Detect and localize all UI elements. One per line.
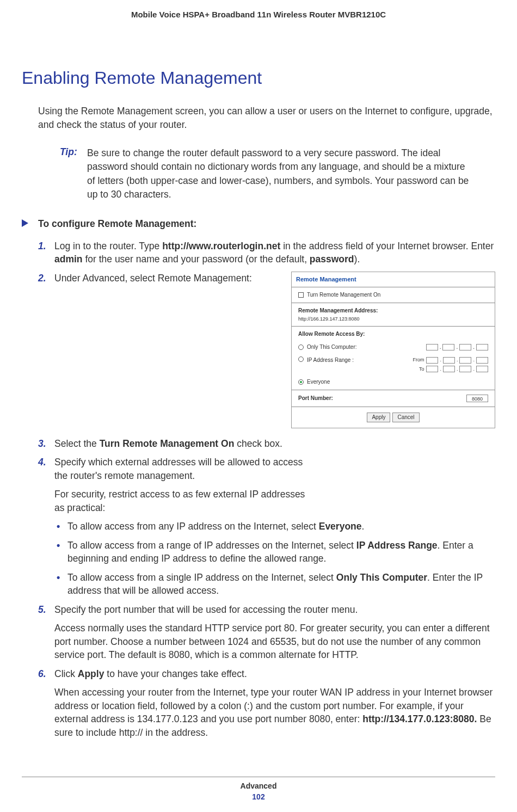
b3-a: To allow access from a single IP address…	[67, 572, 336, 583]
from-label: From	[413, 356, 424, 364]
b3-b: Only This Computer	[336, 572, 427, 583]
b1-b: Everyone	[319, 521, 362, 532]
s6-c: to have your changes take effect.	[104, 668, 247, 679]
from-ip-fields[interactable]: ...	[426, 356, 488, 364]
step-1-text-e: for the user name and your password (or …	[83, 254, 310, 264]
remote-management-screenshot: Remote Management Turn Remote Management…	[291, 272, 495, 428]
step-4: Specify which external addresses will be…	[38, 456, 495, 598]
step-1-text-g: ).	[354, 254, 360, 264]
radio-everyone[interactable]	[298, 379, 304, 385]
arrow-right-icon	[22, 219, 28, 227]
b1-a: To allow access from any IP address on t…	[67, 521, 319, 532]
step-3-option: Turn Remote Management On	[100, 438, 235, 449]
s6-note-b: http://134.177.0.123:8080.	[362, 713, 477, 724]
to-label: To	[419, 366, 424, 373]
bullet-only: To allow access from a single IP address…	[54, 571, 495, 598]
step-3-text-a: Select the	[54, 438, 100, 449]
procedure-title: To configure Remote Management:	[38, 218, 196, 230]
procedure-heading: To configure Remote Management:	[22, 217, 495, 230]
step-1: Log in to the router. Type http://www.ro…	[38, 239, 495, 266]
step-2-text: Under Advanced, select Remote Management…	[54, 272, 310, 285]
opt-only-label: Only This Computer:	[307, 343, 357, 351]
shot-title: Remote Management	[292, 272, 495, 286]
page-footer: Advanced 102	[0, 777, 517, 801]
port-input[interactable]: 8080	[466, 395, 488, 402]
running-header: Mobile Voice HSPA+ Broadband 11n Wireles…	[22, 0, 495, 19]
cancel-button[interactable]: Cancel	[392, 413, 419, 422]
apply-button[interactable]: Apply	[367, 413, 390, 422]
turn-on-checkbox[interactable]	[298, 292, 304, 298]
radio-only-this[interactable]	[298, 345, 304, 350]
tip-label: Tip:	[60, 146, 87, 202]
step-5-text: Specify the port number that will be use…	[54, 603, 495, 617]
addr-label: Remote Management Address:	[298, 307, 378, 315]
bullet-range: To allow access from a range of IP addre…	[54, 539, 495, 565]
only-ip-fields[interactable]: ...	[426, 343, 488, 351]
intro-paragraph: Using the Remote Management screen, you …	[38, 104, 495, 131]
step-2: Remote Management Turn Remote Management…	[38, 272, 495, 432]
step-3: Select the Turn Remote Management On che…	[38, 437, 495, 451]
step-1-admin: admin	[54, 254, 83, 264]
footer-section: Advanced	[0, 782, 517, 790]
turn-on-label: Turn Remote Management On	[307, 291, 380, 299]
opt-everyone-label: Everyone	[307, 378, 330, 386]
tip-text: Be sure to change the router default pas…	[87, 146, 473, 202]
tip-block: Tip: Be sure to change the router defaul…	[60, 146, 473, 202]
bullet-everyone: To allow access from any IP address on t…	[54, 520, 495, 533]
opt-range-label: IP Address Range :	[307, 356, 354, 364]
step-5-note: Access normally uses the standard HTTP s…	[54, 622, 495, 662]
step-5: Specify the port number that will be use…	[38, 603, 495, 662]
footer-page-number: 102	[0, 792, 517, 801]
step-3-text-c: check box.	[234, 438, 282, 449]
to-ip-fields[interactable]: ...	[426, 366, 488, 373]
step-1-text-a: Log in to the router. Type	[54, 241, 162, 251]
b1-c: .	[362, 521, 365, 532]
s6-a: Click	[54, 668, 78, 679]
step-1-password: password	[310, 254, 354, 264]
step-1-text-c: in the address field of your Internet br…	[280, 241, 494, 251]
port-label: Port Number:	[298, 395, 333, 402]
b2-b: IP Address Range	[356, 540, 438, 551]
step-1-url: http://www.routerlogin.net	[162, 241, 280, 251]
step-6: Click Apply to have your changes take ef…	[38, 667, 495, 740]
b2-a: To allow access from a range of IP addre…	[67, 540, 356, 551]
page-heading: Enabling Remote Management	[22, 68, 495, 88]
s6-b: Apply	[78, 668, 104, 679]
radio-ip-range[interactable]	[298, 356, 304, 362]
addr-value: http://166.129.147.123:8080	[298, 316, 360, 323]
allow-label: Allow Remote Access By:	[298, 330, 365, 338]
step-4-text: Specify which external addresses will be…	[54, 456, 310, 482]
step-4-note: For security, restrict access to as few …	[54, 488, 310, 514]
